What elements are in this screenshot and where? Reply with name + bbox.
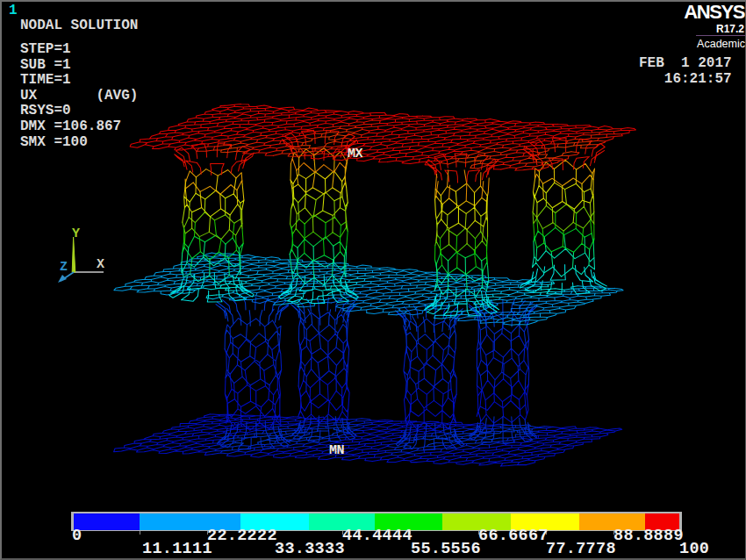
- svg-text:X: X: [97, 257, 104, 272]
- svg-text:Y: Y: [72, 226, 80, 241]
- svg-text:Z: Z: [60, 260, 68, 275]
